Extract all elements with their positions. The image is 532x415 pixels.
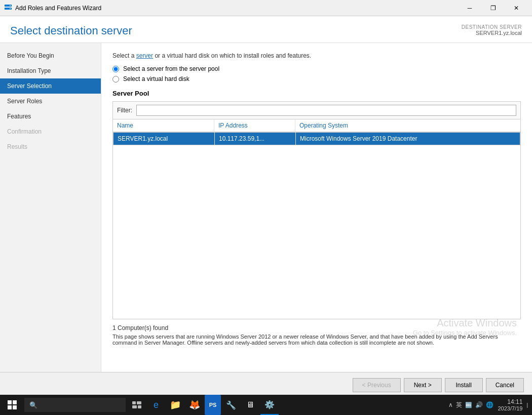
server-table-body: SERVER1.yz.local 10.117.23.59,1... Micro…: [113, 132, 520, 145]
sidebar-item-installation-type[interactable]: Installation Type: [0, 63, 101, 78]
wizard-window: Select destination server DESTINATION SE…: [0, 16, 532, 397]
col-header-os[interactable]: Operating System: [295, 119, 521, 132]
sidebar-item-confirmation: Confirmation: [0, 124, 101, 139]
taskbar-chevron-icon[interactable]: ∧: [448, 401, 453, 408]
page-title: Select destination server: [10, 24, 132, 37]
svg-rect-7: [138, 405, 141, 408]
radio-group: Select a server from the server pool Sel…: [112, 65, 521, 82]
cell-name: SERVER1.yz.local: [113, 133, 215, 145]
sidebar: Before You Begin Installation Type Serve…: [0, 43, 101, 372]
col-header-ip[interactable]: IP Address: [214, 119, 295, 132]
start-button[interactable]: [0, 395, 24, 415]
cell-os: Microsoft Windows Server 2019 Datacenter: [296, 133, 520, 145]
taskbar-keyboard-icon[interactable]: 英: [456, 401, 462, 409]
radio-virtual-disk[interactable]: Select a virtual hard disk: [112, 75, 521, 82]
title-bar-controls: ─ ❐ ✕: [458, 0, 528, 16]
svg-rect-5: [137, 401, 141, 404]
footer-description: This page shows servers that are running…: [112, 334, 521, 346]
cell-ip: 10.117.23.59,1...: [215, 133, 296, 145]
minimize-button[interactable]: ─: [458, 0, 481, 16]
title-bar-title: Add Roles and Features Wizard: [15, 5, 458, 12]
sidebar-item-server-roles[interactable]: Server Roles: [0, 94, 101, 109]
taskbar-system-icons: ∧ 英 🔤 🔊 🌐: [448, 401, 493, 409]
section-title: Server Pool: [112, 90, 521, 97]
install-button[interactable]: Install: [445, 378, 483, 392]
title-bar-icon: [4, 3, 12, 13]
radio-server-pool[interactable]: Select a server from the server pool: [112, 65, 521, 72]
taskbar-task-view[interactable]: [128, 395, 146, 415]
taskbar-network-icon[interactable]: 🌐: [486, 401, 493, 408]
taskbar-server-mgr-icon[interactable]: ⚙️: [260, 395, 279, 415]
taskbar-right: ∧ 英 🔤 🔊 🌐 14:11 2023/7/19 |: [448, 398, 532, 411]
windows-logo-icon: [8, 400, 17, 409]
taskbar-powershell-icon[interactable]: PS: [205, 395, 221, 415]
server-table-container: SERVER1.yz.local 10.117.23.59,1... Micro…: [112, 132, 521, 319]
taskbar-dns-icon[interactable]: 🔧: [222, 395, 240, 415]
restore-button[interactable]: ❐: [481, 0, 505, 16]
destination-server-info: DESTINATION SERVER SERVER1.yz.local: [462, 24, 522, 36]
table-header-row: Name IP Address Operating System: [113, 119, 521, 132]
sidebar-item-results: Results: [0, 139, 101, 154]
taskbar-search-box[interactable]: 🔍: [24, 398, 126, 412]
filter-label: Filter:: [117, 107, 132, 114]
filter-input[interactable]: [136, 105, 516, 116]
radio-virtual-disk-input[interactable]: [112, 76, 119, 82]
footer-info: 1 Computer(s) found This page shows serv…: [112, 324, 521, 346]
svg-rect-6: [132, 405, 137, 408]
svg-point-2: [10, 5, 11, 6]
taskbar-folder-icon[interactable]: 📁: [166, 395, 184, 415]
date-display: 2023/7/19: [498, 405, 522, 411]
svg-point-3: [10, 8, 11, 9]
cancel-button[interactable]: Cancel: [486, 378, 524, 392]
content-description: Select a server or a virtual hard disk o…: [112, 52, 521, 59]
wizard-header: Select destination server DESTINATION SE…: [0, 16, 532, 43]
radio-server-pool-input[interactable]: [112, 66, 119, 72]
close-button[interactable]: ✕: [505, 0, 528, 16]
previous-button[interactable]: < Previous: [353, 378, 401, 392]
svg-rect-4: [132, 401, 136, 404]
time-display: 14:11: [498, 398, 522, 405]
footer-count: 1 Computer(s) found: [112, 324, 521, 331]
taskbar-ie2-icon[interactable]: 🦊: [185, 395, 204, 415]
wizard-footer: < Previous Next > Install Cancel: [0, 372, 532, 397]
col-header-name[interactable]: Name: [113, 119, 214, 132]
taskbar-mstsc-icon[interactable]: 🖥: [241, 395, 259, 415]
next-button[interactable]: Next >: [404, 378, 442, 392]
taskbar-ie-icon[interactable]: e: [147, 395, 165, 415]
server-link[interactable]: server: [136, 52, 153, 59]
taskbar-clock[interactable]: 14:11 2023/7/19: [498, 398, 522, 411]
content-area: Select a server or a virtual hard disk o…: [101, 43, 532, 372]
sidebar-item-before-you-begin[interactable]: Before You Begin: [0, 48, 101, 63]
wizard-body: Before You Begin Installation Type Serve…: [0, 43, 532, 372]
sidebar-item-server-selection[interactable]: Server Selection: [0, 78, 101, 94]
destination-server-label: DESTINATION SERVER: [462, 24, 522, 30]
destination-server-name: SERVER1.yz.local: [462, 30, 522, 36]
table-row[interactable]: SERVER1.yz.local 10.117.23.59,1... Micro…: [113, 133, 520, 145]
filter-row: Filter:: [112, 101, 521, 119]
server-table: Name IP Address Operating System: [112, 119, 521, 132]
sidebar-item-features[interactable]: Features: [0, 109, 101, 124]
taskbar: 🔍 e 📁 🦊 PS 🔧 🖥 ⚙️ ∧ 英 🔤 🔊 🌐 14:11 2: [0, 395, 532, 415]
taskbar-ime-icon[interactable]: 🔤: [465, 402, 472, 408]
title-bar: Add Roles and Features Wizard ─ ❐ ✕: [0, 0, 532, 16]
taskbar-app-icons: e 📁 🦊 PS 🔧 🖥 ⚙️: [126, 395, 448, 415]
taskbar-show-desktop[interactable]: |: [526, 402, 528, 408]
taskbar-volume-icon[interactable]: 🔊: [475, 401, 483, 408]
